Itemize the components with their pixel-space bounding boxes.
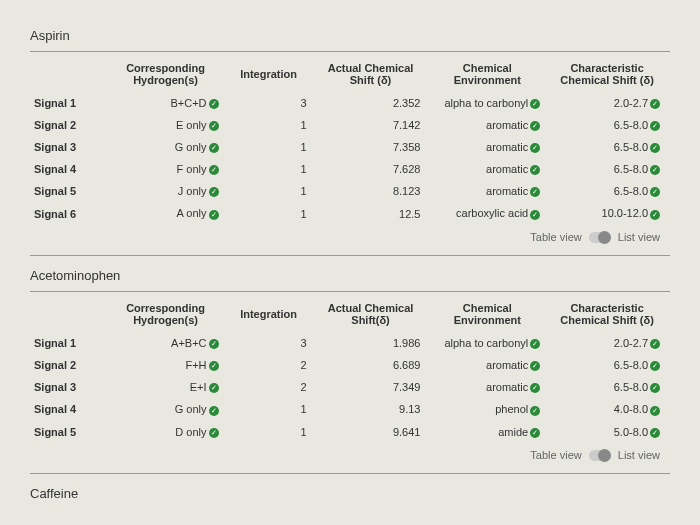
toggle-label-list: List view xyxy=(618,449,660,461)
shift-cell: 7.358 xyxy=(317,136,431,158)
toggle-label-table: Table view xyxy=(530,231,581,243)
check-icon xyxy=(530,99,540,109)
table-row: Signal 4G only19.13phenol4.0-8.0 xyxy=(30,398,670,420)
check-icon xyxy=(530,165,540,175)
table-row: Signal 2E only17.142aromatic6.5-8.0 xyxy=(30,114,670,136)
characteristic-cell: 2.0-2.7 xyxy=(550,92,670,114)
environment-cell: aromatic xyxy=(430,114,550,136)
table-row: Signal 5J only18.123aromatic6.5-8.0 xyxy=(30,180,670,202)
characteristic-cell: 2.0-2.7 xyxy=(550,332,670,354)
check-icon xyxy=(530,339,540,349)
toggle-switch[interactable] xyxy=(589,232,611,243)
header-hydrogen: Corresponding Hydrogen(s) xyxy=(109,56,227,92)
header-characteristic: Characteristic Chemical Shift (δ) xyxy=(550,296,670,332)
view-toggle-acetominophen: Table view List view xyxy=(30,443,670,472)
check-icon xyxy=(530,187,540,197)
integration-cell: 1 xyxy=(227,158,317,180)
environment-cell: amide xyxy=(430,421,550,443)
section-title-caffeine: Caffeine xyxy=(30,478,670,509)
check-icon xyxy=(650,165,660,175)
integration-cell: 2 xyxy=(227,376,317,398)
hydrogen-cell: B+C+D xyxy=(109,92,227,114)
hydrogen-cell: E+I xyxy=(109,376,227,398)
header-actual-shift: Actual Chemical Shift (δ) xyxy=(317,56,431,92)
check-icon xyxy=(530,210,540,220)
environment-cell: alpha to carbonyl xyxy=(430,92,550,114)
environment-cell: aromatic xyxy=(430,158,550,180)
signal-label: Signal 5 xyxy=(30,421,109,443)
environment-cell: aromatic xyxy=(430,354,550,376)
check-icon xyxy=(650,187,660,197)
check-icon xyxy=(650,406,660,416)
characteristic-cell: 5.0-8.0 xyxy=(550,421,670,443)
shift-cell: 2.352 xyxy=(317,92,431,114)
characteristic-cell: 6.5-8.0 xyxy=(550,114,670,136)
table-row: Signal 5D only19.641amide5.0-8.0 xyxy=(30,421,670,443)
shift-cell: 1.986 xyxy=(317,332,431,354)
integration-cell: 1 xyxy=(227,114,317,136)
header-actual-shift: Actual Chemical Shift(δ) xyxy=(317,296,431,332)
table-row: Signal 3G only17.358aromatic6.5-8.0 xyxy=(30,136,670,158)
check-icon xyxy=(530,406,540,416)
check-icon xyxy=(650,383,660,393)
signal-label: Signal 4 xyxy=(30,398,109,420)
signal-label: Signal 2 xyxy=(30,354,109,376)
integration-cell: 3 xyxy=(227,332,317,354)
check-icon xyxy=(530,121,540,131)
header-hydrogen: Corresponding Hydrogen(s) xyxy=(109,296,227,332)
hydrogen-cell: D only xyxy=(109,421,227,443)
table-row: Signal 1A+B+C31.986alpha to carbonyl2.0-… xyxy=(30,332,670,354)
shift-cell: 6.689 xyxy=(317,354,431,376)
hydrogen-cell: G only xyxy=(109,398,227,420)
check-icon xyxy=(650,339,660,349)
characteristic-cell: 6.5-8.0 xyxy=(550,158,670,180)
section-title-acetominophen: Acetominophen xyxy=(30,260,670,292)
check-icon xyxy=(530,143,540,153)
signal-label: Signal 4 xyxy=(30,158,109,180)
toggle-label-list: List view xyxy=(618,231,660,243)
integration-cell: 1 xyxy=(227,421,317,443)
table-aspirin: Corresponding Hydrogen(s) Integration Ac… xyxy=(30,56,670,225)
hydrogen-cell: F only xyxy=(109,158,227,180)
characteristic-cell: 10.0-12.0 xyxy=(550,202,670,224)
header-environment: Chemical Environment xyxy=(430,56,550,92)
check-icon xyxy=(209,383,219,393)
hydrogen-cell: G only xyxy=(109,136,227,158)
environment-cell: alpha to carbonyl xyxy=(430,332,550,354)
environment-cell: carboxylic acid xyxy=(430,202,550,224)
check-icon xyxy=(650,361,660,371)
table-row: Signal 2F+H26.689aromatic6.5-8.0 xyxy=(30,354,670,376)
check-icon xyxy=(209,187,219,197)
hydrogen-cell: A only xyxy=(109,202,227,224)
characteristic-cell: 6.5-8.0 xyxy=(550,354,670,376)
integration-cell: 1 xyxy=(227,398,317,420)
environment-cell: aromatic xyxy=(430,376,550,398)
environment-cell: aromatic xyxy=(430,180,550,202)
header-characteristic: Characteristic Chemical Shift (δ) xyxy=(550,56,670,92)
shift-cell: 8.123 xyxy=(317,180,431,202)
header-blank xyxy=(30,56,109,92)
hydrogen-cell: J only xyxy=(109,180,227,202)
check-icon xyxy=(209,361,219,371)
integration-cell: 1 xyxy=(227,136,317,158)
check-icon xyxy=(530,383,540,393)
table-acetominophen: Corresponding Hydrogen(s) Integration Ac… xyxy=(30,296,670,442)
characteristic-cell: 6.5-8.0 xyxy=(550,180,670,202)
check-icon xyxy=(209,165,219,175)
toggle-label-table: Table view xyxy=(530,449,581,461)
check-icon xyxy=(650,143,660,153)
environment-cell: aromatic xyxy=(430,136,550,158)
check-icon xyxy=(650,99,660,109)
shift-cell: 7.142 xyxy=(317,114,431,136)
header-environment: Chemical Environment xyxy=(430,296,550,332)
view-toggle-aspirin: Table view List view xyxy=(30,225,670,254)
header-blank xyxy=(30,296,109,332)
check-icon xyxy=(209,406,219,416)
toggle-switch[interactable] xyxy=(589,450,611,461)
shift-cell: 9.13 xyxy=(317,398,431,420)
signal-label: Signal 3 xyxy=(30,376,109,398)
shift-cell: 7.349 xyxy=(317,376,431,398)
signal-label: Signal 6 xyxy=(30,202,109,224)
integration-cell: 3 xyxy=(227,92,317,114)
table-row: Signal 1B+C+D32.352alpha to carbonyl2.0-… xyxy=(30,92,670,114)
